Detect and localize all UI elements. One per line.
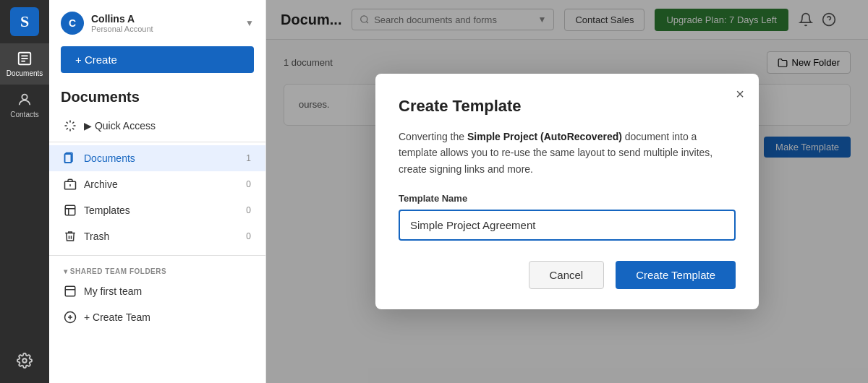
nav-item-archive-label: Archive — [84, 178, 118, 190]
nav-item-archive-badge: 0 — [246, 179, 251, 189]
modal-description: Converting the Simple Project (AutoRecov… — [399, 129, 736, 177]
sidebar-nav: ▶ Quick Access Documents 1 Archive 0 — [49, 110, 265, 252]
nav-item-templates-label: Templates — [84, 205, 130, 216]
modal-document-name: Simple Project (AutoRecovered) — [467, 131, 622, 142]
sidebar: C Collins A Personal Account ▼ + Create … — [49, 0, 266, 383]
template-name-input[interactable] — [399, 210, 736, 241]
modal-actions: Cancel Create Template — [399, 261, 736, 289]
nav-item-documents-badge: 1 — [246, 153, 251, 163]
shared-team-section-title: ▾ SHARED TEAM FOLDERS — [49, 259, 265, 278]
nav-item-trash[interactable]: Trash 0 — [49, 223, 265, 249]
create-template-modal: Create Template × Converting the Simple … — [375, 74, 759, 309]
nav-item-trash-badge: 0 — [246, 231, 251, 241]
nav-item-archive[interactable]: Archive 0 — [49, 171, 265, 197]
create-button[interactable]: + Create — [61, 46, 254, 73]
nav-item-my-first-team[interactable]: My first team — [49, 278, 265, 304]
user-account-type: Personal Account — [91, 25, 153, 33]
sidebar-user-header: C Collins A Personal Account ▼ — [49, 0, 265, 40]
modal-overlay: Create Template × Converting the Simple … — [266, 0, 868, 383]
sidebar-documents-title: Documents — [49, 79, 265, 110]
icon-bar-bottom — [0, 345, 49, 383]
settings-icon-bar[interactable] — [0, 345, 49, 376]
create-template-button[interactable]: Create Template — [616, 261, 736, 289]
nav-item-documents-label: Documents — [84, 152, 135, 164]
user-chevron-icon[interactable]: ▼ — [245, 18, 254, 28]
svg-text:S: S — [20, 12, 29, 30]
modal-desc-prefix: Converting the — [399, 131, 467, 142]
main-content: Docum... ▼ Contact Sales Upgrade Plan: 7… — [266, 0, 868, 383]
svg-rect-9 — [65, 154, 72, 163]
nav-item-create-team[interactable]: + Create Team — [49, 304, 265, 330]
nav-item-documents[interactable]: Documents 1 — [49, 145, 265, 171]
modal-close-button[interactable]: × — [736, 87, 744, 101]
svg-point-7 — [22, 358, 27, 363]
nav-item-templates[interactable]: Templates 0 — [49, 197, 265, 223]
modal-title: Create Template — [399, 97, 736, 116]
template-name-label: Template Name — [399, 193, 736, 204]
cancel-button[interactable]: Cancel — [529, 261, 605, 289]
nav-item-create-team-label: + Create Team — [84, 311, 150, 323]
icon-bar: S Documents Contacts — [0, 0, 49, 383]
svg-point-6 — [22, 95, 27, 100]
sidebar-item-contacts[interactable]: Contacts — [0, 85, 49, 126]
svg-rect-13 — [65, 205, 75, 215]
nav-item-quick-access-label: ▶ Quick Access — [84, 120, 156, 132]
avatar: C — [61, 12, 84, 35]
nav-item-my-first-team-label: My first team — [84, 285, 142, 297]
svg-rect-16 — [65, 286, 75, 296]
nav-item-trash-label: Trash — [84, 231, 109, 242]
sidebar-item-documents[interactable]: Documents — [0, 43, 49, 85]
app-logo: S — [10, 7, 39, 36]
nav-item-templates-badge: 0 — [246, 205, 251, 215]
user-name: Collins A — [91, 13, 153, 25]
nav-item-quick-access[interactable]: ▶ Quick Access — [49, 113, 265, 139]
